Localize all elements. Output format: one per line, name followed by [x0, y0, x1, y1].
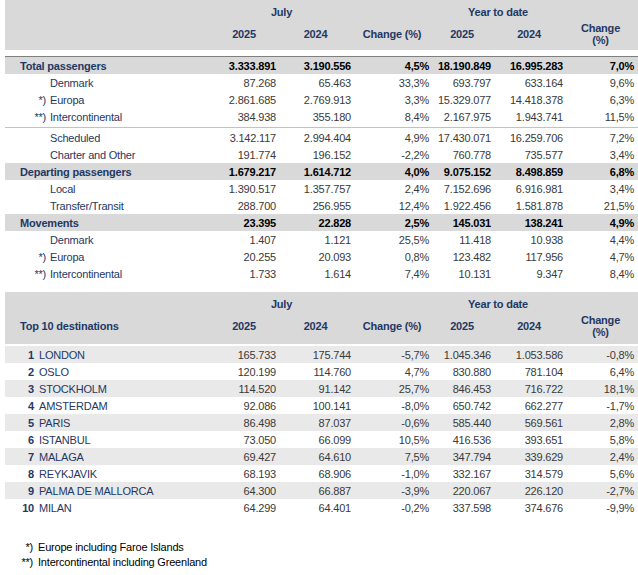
row-label-cell: Total passengers	[5, 60, 210, 72]
value-cell: 8,4%	[353, 111, 431, 123]
value-cell: 20.255	[210, 251, 278, 263]
value-cell: 1.581.878	[493, 200, 565, 212]
destination-city: PALMA DE MALLORCA	[39, 485, 153, 497]
footnote-marker: **)	[5, 555, 33, 570]
value-cell: 9.347	[493, 268, 565, 280]
destination-row: 5PARIS86.49887.037-0,6%585.440569.5612,8…	[5, 414, 638, 431]
table-row: Total passengers3.333.8913.190.5564,5%18…	[5, 57, 638, 74]
table-row: Charter and Other191.774196.152-2,2%760.…	[5, 146, 638, 163]
value-cell: 5,8%	[565, 434, 636, 446]
destination-city: STOCKHOLM	[39, 383, 107, 395]
row-label-cell: Transfer/Transit	[5, 200, 210, 212]
value-cell: 165.733	[210, 349, 278, 361]
destinations-table-header: July Year to date Top 10 destinations 20…	[5, 292, 638, 344]
table-row: Scheduled3.142.1172.994.4044,9%17.430.07…	[5, 129, 638, 146]
footnote: **)Intercontinental including Greenland	[5, 555, 638, 570]
column-group-july: July	[210, 6, 353, 18]
destination-label-cell: 8REYKJAVIK	[5, 468, 210, 480]
table-row: Transfer/Transit288.700256.95512,4%1.922…	[5, 197, 638, 214]
destination-label-cell: 4AMSTERDAM	[5, 400, 210, 412]
value-cell: 4,0%	[353, 166, 431, 178]
value-cell: 68.193	[210, 468, 278, 480]
destination-label-cell: 9PALMA DE MALLORCA	[5, 485, 210, 497]
column-header-ytd-change: Change (%)	[565, 314, 636, 338]
value-cell: -2,2%	[353, 149, 431, 161]
value-cell: 8,4%	[565, 268, 636, 280]
value-cell: 73.050	[210, 434, 278, 446]
value-cell: -1,7%	[565, 400, 636, 412]
table-row: Denmark87.26865.46333,3%693.797633.1649,…	[5, 74, 638, 91]
value-cell: 69.427	[210, 451, 278, 463]
row-label-cell: Local	[5, 183, 210, 195]
row-label-cell: Departing passengers	[5, 166, 210, 178]
value-cell: 2,5%	[353, 217, 431, 229]
destination-city: PARIS	[39, 417, 70, 429]
table-row: **)Intercontinental384.938355.1808,4%2.1…	[5, 108, 638, 125]
column-header-july-2025: 2025	[210, 320, 278, 332]
row-label: Denmark	[50, 77, 93, 89]
value-cell: 64.401	[278, 502, 353, 514]
column-header-ytd-2025: 2025	[431, 320, 493, 332]
table-row: Denmark1.4071.12125,5%11.41810.9384,4%	[5, 231, 638, 248]
value-cell: 332.167	[431, 468, 493, 480]
row-label: Intercontinental	[50, 268, 122, 280]
value-cell: 693.797	[431, 77, 493, 89]
value-cell: 569.561	[493, 417, 565, 429]
value-cell: 4,9%	[353, 132, 431, 144]
value-cell: 23.395	[210, 217, 278, 229]
column-header-ytd-2025: 2025	[431, 28, 493, 40]
table-row: Departing passengers1.679.2171.614.7124,…	[5, 163, 638, 180]
row-label: Charter and Other	[50, 149, 135, 161]
row-label: Europa	[50, 94, 84, 106]
destination-label-cell: 1LONDON	[5, 349, 210, 361]
value-cell: 33,3%	[353, 77, 431, 89]
value-cell: 65.463	[278, 77, 353, 89]
value-cell: 3.142.117	[210, 132, 278, 144]
value-cell: 114.760	[278, 366, 353, 378]
row-label: Scheduled	[50, 132, 100, 144]
column-header-july-change: Change (%)	[353, 320, 431, 332]
value-cell: -0,2%	[353, 502, 431, 514]
footnote-marker: **)	[5, 268, 46, 280]
value-cell: 1.357.757	[278, 183, 353, 195]
value-cell: 14.418.378	[493, 94, 565, 106]
table-row: *)Europa2.861.6852.769.9133,3%15.329.077…	[5, 91, 638, 108]
value-cell: 16.995.283	[493, 60, 565, 72]
column-header-july-2024: 2024	[278, 28, 353, 40]
row-label-cell: Charter and Other	[5, 149, 210, 161]
traffic-table-header: July Year to date 2025 2024 Change (%) 2…	[5, 0, 638, 50]
value-cell: 830.880	[431, 366, 493, 378]
row-label-cell: Denmark	[5, 77, 210, 89]
value-cell: 6.916.981	[493, 183, 565, 195]
value-cell: 2.769.913	[278, 94, 353, 106]
destination-rank: 10	[5, 502, 34, 514]
value-cell: 7,5%	[353, 451, 431, 463]
value-cell: 87.037	[278, 417, 353, 429]
value-cell: 846.453	[431, 383, 493, 395]
value-cell: 781.104	[493, 366, 565, 378]
value-cell: -8,0%	[353, 400, 431, 412]
value-cell: 100.141	[278, 400, 353, 412]
value-cell: 4,7%	[353, 366, 431, 378]
value-cell: 735.577	[493, 149, 565, 161]
footnote-marker: **)	[5, 111, 46, 123]
value-cell: 393.651	[493, 434, 565, 446]
destination-rank: 9	[5, 485, 34, 497]
value-cell: 123.482	[431, 251, 493, 263]
row-label-cell: Movements	[5, 217, 210, 229]
destination-row: 2OSLO120.199114.7604,7%830.880781.1046,4…	[5, 363, 638, 380]
destination-row: 8REYKJAVIK68.19368.906-1,0%332.167314.57…	[5, 465, 638, 482]
value-cell: 16.259.706	[493, 132, 565, 144]
destination-city: OSLO	[39, 366, 69, 378]
value-cell: 4,4%	[565, 234, 636, 246]
value-cell: 1.922.456	[431, 200, 493, 212]
value-cell: 11.418	[431, 234, 493, 246]
value-cell: 1.045.346	[431, 349, 493, 361]
value-cell: 114.520	[210, 383, 278, 395]
destination-city: ISTANBUL	[39, 434, 90, 446]
value-cell: 256.955	[278, 200, 353, 212]
row-label: Total passengers	[5, 60, 106, 72]
value-cell: 2.994.404	[278, 132, 353, 144]
destination-label-cell: 2OSLO	[5, 366, 210, 378]
destination-row: 9PALMA DE MALLORCA64.30066.887-3,9%220.0…	[5, 482, 638, 499]
